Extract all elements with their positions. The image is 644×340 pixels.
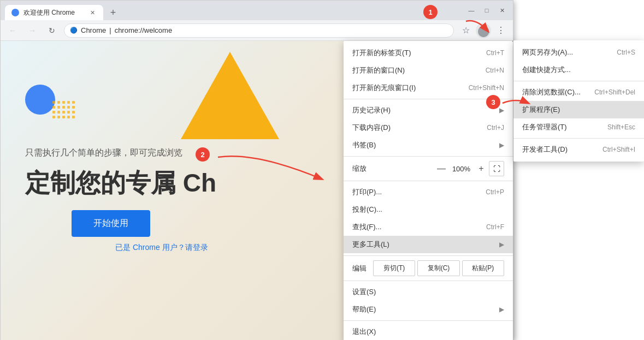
start-button[interactable]: 开始使用: [72, 210, 150, 237]
menu-downloads[interactable]: 下载内容(D) Ctrl+J: [344, 119, 513, 136]
menu-new-window[interactable]: 打开新的窗口(N) Ctrl+N: [344, 62, 513, 79]
menu-incognito[interactable]: 打开新的无痕窗口(I) Ctrl+Shift+N: [344, 79, 513, 97]
step-2-indicator: 2: [196, 147, 210, 162]
menu-divider-4: [344, 255, 513, 256]
zoom-minus-button[interactable]: —: [434, 161, 449, 176]
maximize-button[interactable]: □: [480, 4, 493, 17]
page-subtitle: 只需执行几个简单的步骤，即可完成浏览: [25, 147, 182, 159]
submenu-divider-1: [513, 81, 644, 81]
window-controls: — □ ✕: [465, 4, 509, 17]
tab-favicon: [11, 9, 19, 16]
menu-print[interactable]: 打印(P)... Ctrl+P: [344, 183, 513, 201]
menu-button[interactable]: ⋮: [493, 23, 509, 38]
more-tools-arrow-icon: ▶: [499, 241, 504, 248]
menu-bookmarks[interactable]: 书签(B) ▶: [344, 136, 513, 154]
page-title: 定制您的专属 Ch: [25, 166, 216, 200]
back-button[interactable]: ←: [5, 23, 20, 38]
address-bar: ← → ↻ 🔵 Chrome | chrome://welcome ☆ ⬤ ⋮: [1, 20, 513, 41]
tab-title: 欢迎使用 Chrome: [23, 8, 84, 17]
arrow-1: [460, 16, 493, 38]
paste-button[interactable]: 粘贴(P): [462, 260, 504, 276]
menu-divider-6: [344, 320, 513, 321]
menu-new-tab[interactable]: 打开新的标签页(T) Ctrl+T: [344, 44, 513, 62]
submenu-save-as[interactable]: 网页另存为(A)... Ctrl+S: [513, 44, 644, 61]
submenu-divider-2: [513, 138, 644, 139]
step-1-indicator: 1: [423, 5, 438, 19]
main-dropdown-menu: 打开新的标签页(T) Ctrl+T 打开新的窗口(N) Ctrl+N 打开新的无…: [344, 41, 513, 340]
close-button[interactable]: ✕: [495, 4, 509, 17]
security-icon: 🔵: [70, 27, 78, 34]
address-input[interactable]: 🔵 Chrome | chrome://welcome: [64, 23, 454, 38]
submenu-devtools[interactable]: 开发者工具(D) Ctrl+Shift+I: [513, 141, 644, 158]
menu-help[interactable]: 帮助(E) ▶: [344, 301, 513, 318]
address-url: chrome://welcome: [115, 26, 172, 34]
address-brand: Chrome: [81, 26, 106, 34]
zoom-value: 100%: [449, 165, 474, 173]
menu-edit-row: 编辑 剪切(T) 复制(C) 粘贴(P): [344, 258, 513, 278]
new-tab-button[interactable]: +: [105, 5, 121, 20]
tab-close-button[interactable]: ✕: [88, 8, 97, 17]
cut-button[interactable]: 剪切(T): [373, 260, 415, 276]
menu-divider-5: [344, 281, 513, 281]
minimize-button[interactable]: —: [465, 4, 478, 17]
tab-strip: 欢迎使用 Chrome ✕ +: [5, 1, 121, 20]
submenu-extensions[interactable]: 扩展程序(E): [513, 101, 644, 118]
refresh-button[interactable]: ↻: [44, 23, 60, 38]
zoom-plus-button[interactable]: +: [474, 161, 489, 176]
active-tab[interactable]: 欢迎使用 Chrome ✕: [5, 5, 103, 20]
bookmarks-arrow-icon: ▶: [499, 141, 504, 149]
decorative-dots: [52, 101, 75, 118]
menu-more-tools[interactable]: 更多工具(L) ▶: [344, 236, 513, 253]
menu-settings[interactable]: 设置(S): [344, 283, 513, 301]
step-3-indicator: 3: [486, 95, 500, 109]
submenu: 网页另存为(A)... Ctrl+S 创建快捷方式... 清除浏览数据(C)..…: [513, 40, 644, 162]
submenu-task-manager[interactable]: 任务管理器(T) Shift+Esc: [513, 118, 644, 136]
decorative-triangle: [181, 52, 279, 141]
browser-window: 欢迎使用 Chrome ✕ + — □ ✕ ← → ↻ 🔵 Chrome | c…: [0, 0, 513, 340]
arrow-3: [500, 95, 533, 111]
submenu-create-shortcut[interactable]: 创建快捷方式...: [513, 61, 644, 79]
menu-zoom-row: 缩放 — 100% + ⛶: [344, 159, 513, 178]
menu-divider-2: [344, 156, 513, 157]
copy-button[interactable]: 复制(C): [417, 260, 459, 276]
svg-point-0: [13, 10, 18, 15]
menu-cast[interactable]: 投射(C)...: [344, 201, 513, 218]
arrow-2: [212, 149, 338, 193]
help-arrow-icon: ▶: [499, 306, 504, 313]
forward-button[interactable]: →: [25, 23, 40, 38]
menu-find[interactable]: 查找(F)... Ctrl+F: [344, 218, 513, 236]
login-link[interactable]: 已是 Chrome 用户？请登录: [115, 243, 208, 253]
submenu-clear-data[interactable]: 清除浏览数据(C)... Ctrl+Shift+Del: [513, 83, 644, 101]
menu-divider-3: [344, 181, 513, 181]
zoom-expand-button[interactable]: ⛶: [489, 161, 504, 176]
svg-marker-1: [181, 52, 279, 139]
address-separator: |: [109, 26, 111, 34]
decorative-circle: [25, 85, 55, 115]
menu-exit[interactable]: 退出(X): [344, 323, 513, 340]
